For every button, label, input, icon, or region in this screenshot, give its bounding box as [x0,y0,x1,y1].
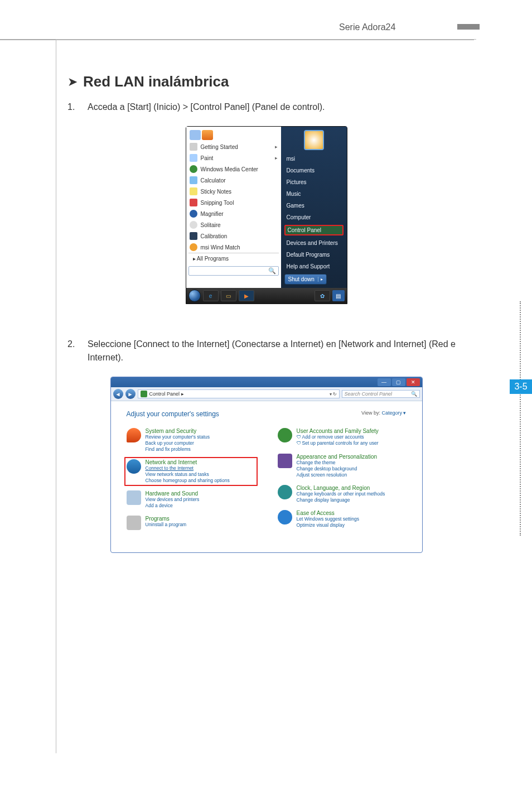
cp-category-title[interactable]: Network and Internet [146,459,230,465]
menu-pictures[interactable]: Pictures [284,178,344,186]
cp-link[interactable]: Choose homegroup and sharing options [146,478,230,484]
search-icon: 🔍 [268,267,276,275]
cp-link-connect-internet[interactable]: Connect to the Internet [146,465,230,471]
cp-ease-of-access[interactable]: Ease of Access Let Windows suggest setti… [278,510,407,528]
step-number: 1. [67,100,78,114]
shutdown-button[interactable]: Shut down▸ [284,274,327,285]
search-placeholder: Search Control Panel [345,391,393,397]
menu-devices-printers[interactable]: Devices and Printers [284,239,344,247]
ease-of-access-icon [278,510,292,524]
cp-link[interactable]: Change the theme [297,460,378,466]
cp-appearance[interactable]: Appearance and Personalization Change th… [278,454,407,478]
start-orb-icon[interactable] [188,290,201,302]
all-programs-button[interactable]: ▸ All Programs [188,253,279,264]
menu-documents[interactable]: Documents [284,166,344,175]
program-sticky-notes[interactable]: Sticky Notes [188,186,279,197]
window-maximize-button[interactable]: ▢ [392,378,405,386]
program-paint[interactable]: Paint▸ [188,152,279,163]
nav-back-button[interactable]: ◄ [113,389,123,399]
program-solitaire[interactable]: Solitaire [188,219,279,230]
appearance-icon [278,454,292,468]
window-titlebar: — ▢ ✕ [111,377,422,387]
cp-link[interactable]: Add a device [146,503,200,509]
cp-system-security[interactable]: System and Security Review your computer… [127,428,255,453]
menu-default-programs[interactable]: Default Programs [284,251,344,259]
program-calculator[interactable]: Calculator [188,175,279,186]
hardware-sound-icon [127,490,141,505]
menu-control-panel[interactable]: Control Panel [284,225,344,235]
program-wind-match[interactable]: msi Wind Match [188,242,279,253]
menu-music[interactable]: Music [284,190,344,198]
cp-network-internet[interactable]: Network and Internet Connect to the Inte… [124,457,258,486]
cp-link[interactable]: Set up parental controls for any user [297,440,379,446]
doc-header-bar [457,24,480,30]
cp-link[interactable]: Change keyboards or other input methods [297,491,385,497]
cp-link[interactable]: Let Windows suggest settings [297,516,359,522]
cp-category-title[interactable]: System and Security [146,428,210,434]
program-label: Magnifier [201,211,224,217]
step-1: 1. Acceda a [Start] (Inicio) > [Control … [67,100,465,114]
pinned-app-icon[interactable] [202,130,213,140]
section-heading: ➤ Red LAN inalámbrica [67,73,465,90]
cp-link[interactable]: Change display language [297,497,385,503]
taskbar-explorer-icon[interactable]: ▭ [221,290,236,301]
program-wmc[interactable]: Windows Media Center [188,163,279,175]
view-by-label: View by: [361,410,380,416]
taskbar-tray-icon[interactable]: ▤ [332,290,345,301]
start-search-box[interactable]: 🔍 [188,266,279,276]
taskbar: e ▭ ▶ ✿ ▤ [186,288,347,304]
chevron-right-icon[interactable]: ▸ [318,277,323,282]
breadcrumb[interactable]: Control Panel ▸ [149,391,184,397]
search-icon: 🔍 [411,391,417,397]
menu-games[interactable]: Games [284,201,344,210]
chevron-down-icon[interactable]: ▾ [330,392,332,397]
user-avatar[interactable] [304,130,324,150]
cp-link[interactable]: Change desktop background [297,466,378,472]
cp-clock-language[interactable]: Clock, Language, and Region Change keybo… [278,485,407,503]
program-getting-started[interactable]: Getting Started▸ [188,141,279,152]
start-search-input[interactable] [191,268,268,274]
cp-hardware-sound[interactable]: Hardware and Sound View devices and prin… [127,490,255,509]
cp-link[interactable]: Adjust screen resolution [297,472,378,478]
refresh-icon[interactable]: ↻ [333,392,337,397]
address-bar[interactable]: Control Panel ▸ ▾↻ [138,389,340,398]
view-by-value[interactable]: Category ▾ [381,410,406,416]
cp-link[interactable]: Review your computer's status [146,434,210,440]
cp-category-title[interactable]: User Accounts and Family Safety [297,428,379,434]
program-snipping-tool[interactable]: Snipping Tool [188,197,279,208]
cp-link[interactable]: View network status and tasks [146,471,230,478]
cp-category-title[interactable]: Ease of Access [297,510,359,516]
step-text: Acceda a [Start] (Inicio) > [Control Pan… [88,100,465,114]
program-magnifier[interactable]: Magnifier [188,208,279,219]
chevron-right-icon: ➤ [67,75,78,89]
view-by-selector[interactable]: View by: Category ▾ [361,410,406,416]
window-minimize-button[interactable]: — [378,378,391,386]
window-close-button[interactable]: ✕ [407,378,420,386]
section-title: Red LAN inalámbrica [83,73,229,90]
taskbar-ie-icon[interactable]: e [203,290,219,301]
step-2: 2. Seleccione [Connect to the Internet] … [67,338,465,364]
program-label: Paint [201,155,214,161]
cp-link[interactable]: View devices and printers [146,497,200,503]
cp-category-title[interactable]: Programs [146,516,187,522]
menu-computer[interactable]: Computer [284,213,344,222]
menu-help-support[interactable]: Help and Support [284,262,344,271]
cp-category-title[interactable]: Appearance and Personalization [297,454,378,460]
taskbar-wmp-icon[interactable]: ▶ [239,290,254,301]
cp-user-accounts[interactable]: User Accounts and Family Safety Add or r… [278,428,407,447]
pinned-app-icon[interactable] [190,130,201,140]
search-box[interactable]: Search Control Panel 🔍 [342,390,420,398]
program-calibration[interactable]: Calibration [188,230,279,242]
cp-programs[interactable]: Programs Uninstall a program [127,516,255,530]
cp-category-title[interactable]: Clock, Language, and Region [297,485,385,491]
cp-category-title[interactable]: Hardware and Sound [146,490,200,497]
cp-link[interactable]: Uninstall a program [146,522,187,528]
user-name-label[interactable]: msi [284,155,344,163]
network-internet-icon [127,459,141,474]
cp-link[interactable]: Back up your computer [146,440,210,446]
cp-link[interactable]: Optimize visual display [297,522,359,528]
taskbar-tray-icon[interactable]: ✿ [315,290,330,301]
cp-link[interactable]: Add or remove user accounts [297,434,379,440]
nav-forward-button[interactable]: ► [125,389,136,399]
cp-link[interactable]: Find and fix problems [146,446,210,453]
